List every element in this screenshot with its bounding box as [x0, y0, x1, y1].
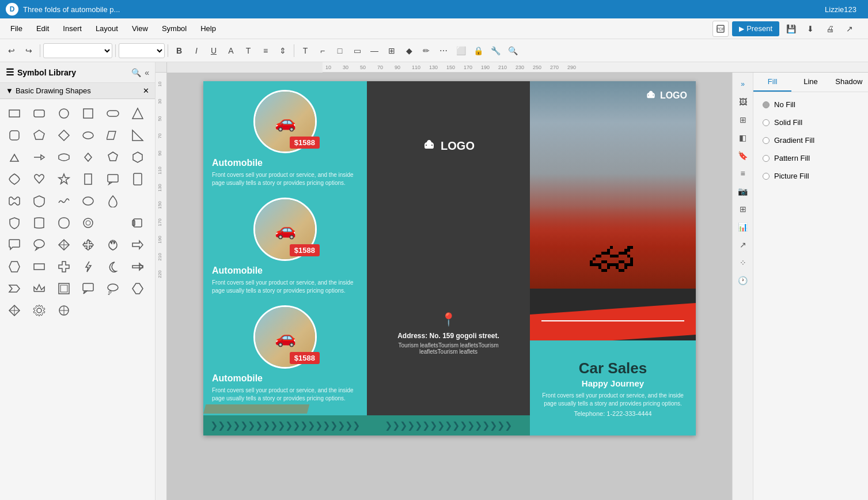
link-arrow-icon[interactable]: ↗: [735, 237, 751, 253]
shape-arrow-right2[interactable]: [128, 235, 147, 255]
spacing-button[interactable]: ⇕: [275, 43, 291, 59]
shape-hexagon2[interactable]: [5, 257, 24, 276]
connector-button[interactable]: ⌐: [314, 43, 331, 59]
menu-layout[interactable]: Layout: [90, 22, 124, 35]
font-family-select[interactable]: [43, 43, 112, 58]
shape-flame[interactable]: [103, 235, 123, 255]
menu-insert[interactable]: Insert: [57, 22, 88, 35]
shape-arrow-small[interactable]: [29, 147, 49, 167]
stack-icon[interactable]: ≡: [735, 165, 751, 181]
history-icon[interactable]: 🕐: [735, 272, 751, 289]
undo-button[interactable]: ↩: [3, 43, 20, 59]
print-button[interactable]: 🖨: [822, 21, 838, 37]
shape-square[interactable]: [78, 104, 98, 123]
collapse-sidebar-icon[interactable]: «: [145, 68, 149, 77]
underline-button[interactable]: U: [206, 43, 222, 59]
layers-icon[interactable]: ◧: [735, 130, 751, 146]
font-size-select[interactable]: [119, 43, 165, 58]
fill-color-button[interactable]: ◆: [401, 43, 417, 59]
rect-tool-button[interactable]: □: [332, 43, 348, 59]
italic-button[interactable]: I: [188, 43, 204, 59]
menu-file[interactable]: File: [5, 22, 28, 35]
bold-button[interactable]: B: [171, 43, 187, 59]
shape-cross-move[interactable]: [78, 235, 98, 255]
shape-chevron[interactable]: [5, 279, 24, 298]
tab-line[interactable]: Line: [791, 73, 829, 92]
photo-icon[interactable]: 📷: [735, 183, 751, 199]
shape-crown[interactable]: [29, 279, 49, 298]
shape-stadium[interactable]: [103, 104, 123, 123]
shape-cross2[interactable]: [5, 301, 24, 320]
gradient-fill-option[interactable]: Gradient Fill: [759, 134, 862, 147]
save-button[interactable]: 💾: [783, 21, 799, 37]
shape-minus-arrow[interactable]: [128, 257, 147, 276]
shape-star[interactable]: [54, 169, 74, 189]
shape-rounded3[interactable]: [54, 213, 74, 233]
present-button[interactable]: ▶ Present: [732, 21, 779, 36]
save-pdf-button[interactable]: PDF: [712, 21, 729, 37]
share-button[interactable]: ↗: [842, 21, 858, 37]
shape-pentagon[interactable]: [29, 126, 49, 145]
shape-cross[interactable]: [54, 257, 74, 276]
font-color-button[interactable]: A: [223, 43, 239, 59]
shape-shield2[interactable]: [5, 213, 24, 233]
line-button[interactable]: —: [366, 43, 382, 59]
shape-frame2[interactable]: [54, 279, 74, 298]
shape-moon[interactable]: [103, 257, 123, 276]
shape-circle3[interactable]: [78, 213, 98, 233]
tab-shadow[interactable]: Shadow: [830, 73, 868, 92]
table-button[interactable]: ⊞: [384, 43, 400, 59]
sitemap-icon[interactable]: ⊞: [735, 201, 751, 217]
shape-gear[interactable]: [29, 301, 49, 320]
shape-heart[interactable]: [29, 169, 49, 189]
scatter-icon[interactable]: ⁘: [735, 255, 751, 271]
shape-hexagon[interactable]: [128, 147, 147, 167]
shape-triangle[interactable]: [128, 104, 147, 123]
shape-small-rect[interactable]: [29, 257, 49, 276]
shape-scroll[interactable]: [128, 213, 147, 233]
shape-tall-rect2[interactable]: [128, 169, 147, 189]
tools-button[interactable]: 🔧: [487, 43, 503, 59]
frame-button[interactable]: ⬜: [453, 43, 469, 59]
menu-symbol[interactable]: Symbol: [156, 22, 192, 35]
menu-view[interactable]: View: [126, 22, 154, 35]
canvas-area[interactable]: 🚗 $1588 Automobile Front covers sell you…: [167, 73, 732, 500]
search-icon[interactable]: 🔍: [131, 68, 141, 77]
picture-fill-option[interactable]: Picture Fill: [759, 169, 862, 183]
shape-speech-rect[interactable]: [103, 169, 123, 189]
solid-fill-option[interactable]: Solid Fill: [759, 116, 862, 129]
shape-rectangle[interactable]: [5, 104, 24, 123]
shape-parallelogram[interactable]: [103, 126, 123, 145]
pen-button[interactable]: ✏: [418, 43, 434, 59]
shape-right-triangle[interactable]: [128, 126, 147, 145]
shape-speech-bubble[interactable]: [5, 235, 24, 255]
tab-fill[interactable]: Fill: [753, 73, 791, 92]
no-fill-option[interactable]: No Fill: [759, 98, 862, 111]
shape-small-diamond[interactable]: [78, 147, 98, 167]
menu-help[interactable]: Help: [195, 22, 222, 35]
shape-wavy[interactable]: [5, 191, 24, 211]
shape-wave[interactable]: [54, 191, 74, 211]
shape-pentagon2[interactable]: [103, 147, 123, 167]
rounded-rect-tool-button[interactable]: ▭: [349, 43, 365, 59]
shape-cross-diamond[interactable]: [54, 235, 74, 255]
redo-button[interactable]: ↪: [21, 43, 37, 59]
shape-ring-cross[interactable]: [54, 301, 74, 320]
expand-button[interactable]: »: [735, 76, 751, 92]
shape-lightning[interactable]: [78, 257, 98, 276]
download-button[interactable]: ⬇: [802, 21, 818, 37]
align-button[interactable]: ≡: [257, 43, 274, 59]
menu-edit[interactable]: Edit: [31, 22, 55, 35]
shape-rounded-diamond[interactable]: [5, 169, 24, 189]
shape-tall-rect[interactable]: [78, 169, 98, 189]
text-box-button[interactable]: T: [297, 43, 313, 59]
shape-round-speech[interactable]: [29, 235, 49, 255]
grid-icon[interactable]: ⊞: [735, 112, 751, 128]
image-library-icon[interactable]: 🖼: [735, 94, 751, 110]
close-category-icon[interactable]: ✕: [143, 86, 149, 95]
shapes-category[interactable]: ▼ Basic Drawing Shapes ✕: [0, 83, 155, 99]
shape-curved2[interactable]: [29, 213, 49, 233]
shape-diamond[interactable]: [54, 126, 74, 145]
pattern-fill-option[interactable]: Pattern Fill: [759, 151, 862, 165]
shape-curved-rect[interactable]: [54, 147, 74, 167]
